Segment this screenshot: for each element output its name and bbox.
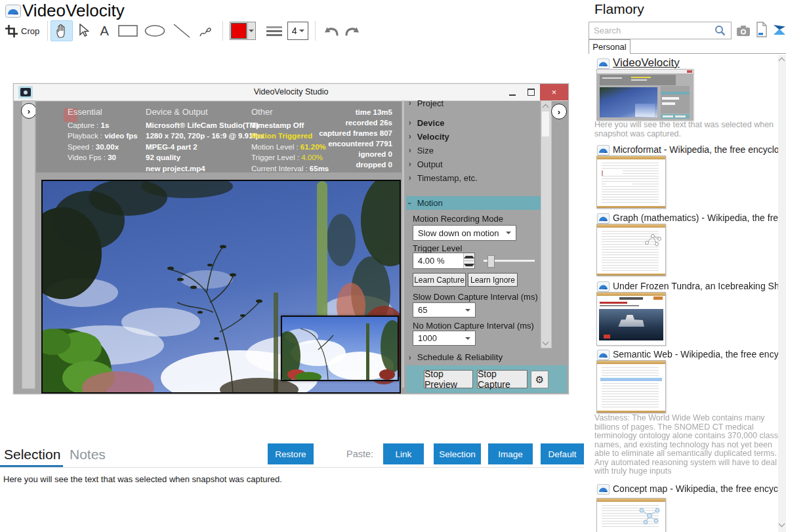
snapshot-thumbnail[interactable] [596,69,693,121]
scroll-down-button[interactable] [541,338,550,348]
snapshot-thumbnail[interactable] [596,498,666,532]
snapshot-thumbnail[interactable] [596,360,666,413]
essential-heading: Essential [68,107,143,118]
panel-splitter[interactable] [402,100,404,388]
info-row: Video Fps : 30 [68,152,143,163]
gear-icon: ⚙ [535,374,544,386]
nav-item-project[interactable]: ›Project [409,100,537,110]
stop-capture-button[interactable]: Stop Capture [477,370,527,388]
spin-up-button[interactable] [464,253,474,260]
line-icon [173,23,191,39]
hand-tool-button[interactable] [51,20,73,41]
nav-item-size[interactable]: ›Size [409,144,537,157]
snapshot-title[interactable]: VideoVelocity [613,56,777,70]
size-select[interactable]: 4 [287,22,308,40]
color-picker[interactable] [230,22,256,40]
videovelocity-studio-window: VideoVelocity Studio × › Essential Captu… [13,83,569,394]
nav-item-output[interactable]: ›Output [409,157,537,171]
settings-gear-button[interactable]: ⚙ [531,371,548,388]
sidebar-scrollbar[interactable] [778,55,786,532]
tab-personal[interactable]: Personal [589,39,631,54]
nav-item-motion[interactable]: ›Motion [406,196,543,210]
trigger-level-spinner[interactable]: 4.00 % [413,253,475,269]
freehand-tool-button[interactable] [195,21,216,41]
snapshot-thumbnail[interactable] [596,155,666,209]
snapshot-thumbnail[interactable] [596,224,666,276]
maximize-button[interactable] [522,84,539,100]
flamory-logo-icon[interactable] [773,24,786,37]
search-icon [714,25,726,36]
redo-button[interactable] [342,21,363,41]
nav-item-timestamp[interactable]: ›Timestamp, etc. [409,171,537,184]
snapshot-title[interactable]: Microformat - Wikipedia, the free encycl… [613,144,781,155]
rectangle-tool-button[interactable] [115,21,141,41]
tab-selection[interactable]: Selection [4,447,60,462]
slow-interval-select[interactable]: 65 [413,302,476,317]
info-row: new project.mp4 [146,163,265,174]
scroll-up-button[interactable] [541,101,550,111]
undo-button[interactable] [321,21,342,41]
expand-left-panel-button[interactable]: › [21,103,37,119]
tab-notes[interactable]: Notes [70,447,106,462]
info-row: 92 quality [146,152,265,163]
chevron-right-icon: › [409,353,411,361]
stat-row: dropped 0 [294,159,392,170]
select-tool-button[interactable] [73,21,94,41]
stop-preview-button[interactable]: Stop Preview [424,370,473,388]
sidebar-title: Flamory [594,1,644,17]
recording-mode-select[interactable]: Slow down on motion [413,225,516,241]
studio-titlebar[interactable]: VideoVelocity Studio × [14,84,568,101]
spin-down-button[interactable] [464,260,474,268]
snapshot-app-icon [596,484,610,495]
learn-capture-button[interactable]: Learn Capture [413,273,466,287]
toolbar-separator [315,21,316,41]
restore-button[interactable]: Restore [268,443,314,464]
line-thickness-button[interactable] [261,21,287,41]
snapshot-title[interactable]: Graph (mathematics) - Wikipedia, the fre… [613,213,781,223]
paste-default-button[interactable]: Default [541,443,584,464]
scrollbar-thumb[interactable] [542,112,549,136]
scroll-down-button[interactable] [779,522,784,528]
snapshot-title[interactable]: Concept map - Wikipedia, the free encycl… [613,483,781,494]
chevron-right-icon: › [409,118,411,127]
chevron-right-icon: › [409,159,411,168]
collapse-right-panel-button[interactable]: › [551,104,567,119]
snapshot-camera-icon[interactable] [736,25,751,37]
paste-selection-button[interactable]: Selection [434,443,481,464]
trigger-level-slider-thumb[interactable] [487,255,495,268]
text-tool-button[interactable]: A [94,21,115,41]
left-panel-strip[interactable] [22,100,35,389]
paste-label: Paste: [346,449,373,459]
ellipse-tool-button[interactable] [141,21,169,41]
nav-item-device[interactable]: ›Device [409,116,537,129]
search-input[interactable] [592,23,713,38]
schedule-section-header[interactable]: ›Schedule & Reliability [409,352,503,362]
scroll-up-button[interactable] [779,56,784,63]
snapshot-title[interactable]: Under Frozen Tundra, an Icebreaking Ship… [613,281,781,291]
trigger-level-label: Trigger Level [413,243,462,253]
chevron-down-icon [465,309,470,312]
line-tool-button[interactable] [169,21,195,41]
document-icon[interactable] [756,22,768,37]
color-dropdown-button[interactable] [247,22,256,39]
chevron-right-icon: › [409,146,411,154]
no-motion-interval-label: No Motion Capture Interval (ms) [413,321,534,331]
minimize-icon [509,94,516,96]
learn-ignore-button[interactable]: Learn Ignore [468,273,518,287]
close-button[interactable]: × [540,84,568,100]
snapshot-title[interactable]: Semantic Web - Wikipedia, the free encyc… [613,349,781,359]
crop-label: Crop [21,26,39,36]
snapshot-app-icon [596,145,610,155]
paste-link-button[interactable]: Link [383,443,424,464]
minimize-button[interactable] [503,84,522,100]
stat-row: time 13m5 [294,107,392,117]
studio-window-title: VideoVelocity Studio [14,84,568,100]
settings-scrollbar[interactable] [541,100,552,348]
nav-item-velocity[interactable]: ›Velocity [409,130,537,143]
triangle-up-icon [464,256,474,258]
search-box[interactable] [589,22,732,39]
no-motion-interval-select[interactable]: 1000 [413,331,476,346]
snapshot-thumbnail[interactable] [596,292,666,346]
paste-image-button[interactable]: Image [488,443,533,464]
crop-button[interactable]: Crop [0,25,45,37]
